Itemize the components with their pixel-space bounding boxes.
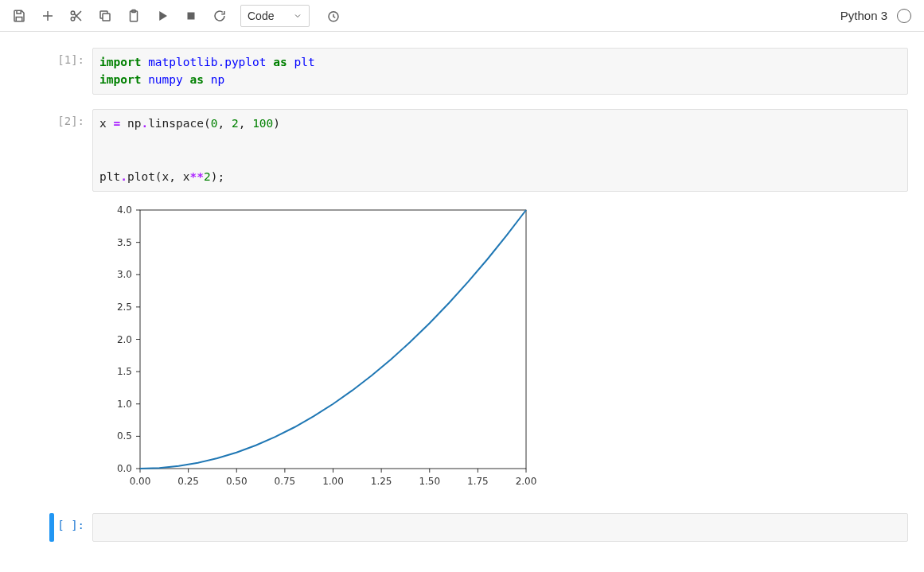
svg-text:0.50: 0.50 — [226, 476, 248, 487]
timing-button[interactable] — [321, 3, 346, 29]
chevron-down-icon — [293, 11, 302, 21]
svg-text:2.5: 2.5 — [117, 302, 132, 313]
svg-text:1.50: 1.50 — [419, 476, 440, 487]
svg-rect-2 — [103, 14, 110, 21]
interrupt-button[interactable] — [178, 3, 204, 29]
clock-icon — [326, 9, 341, 23]
paste-icon — [127, 9, 141, 23]
code-cell[interactable]: [2]: x = np.linspace(0, 2, 100) plt.plot… — [16, 109, 908, 192]
celltype-label: Code — [248, 10, 274, 22]
cut-icon — [69, 9, 84, 23]
svg-text:1.25: 1.25 — [371, 476, 392, 487]
cut-button[interactable] — [64, 3, 89, 29]
notebook-toolbar: Code Python 3 — [0, 0, 924, 32]
svg-text:4.0: 4.0 — [117, 204, 132, 216]
svg-text:1.75: 1.75 — [467, 476, 489, 487]
code-editor[interactable]: x = np.linspace(0, 2, 100) plt.plot(x, x… — [92, 109, 908, 192]
stop-icon — [184, 9, 198, 23]
svg-text:3.0: 3.0 — [117, 269, 132, 280]
kernel-status-idle-icon[interactable] — [897, 9, 911, 23]
svg-rect-5 — [188, 12, 195, 19]
paste-button[interactable] — [121, 3, 146, 29]
kernel-name[interactable]: Python 3 — [840, 9, 887, 22]
code-editor[interactable] — [92, 513, 908, 542]
code-editor[interactable]: import matplotlib.pyplot as plt import n… — [92, 48, 908, 95]
svg-text:2.0: 2.0 — [117, 333, 132, 344]
copy-button[interactable] — [92, 3, 118, 29]
execution-prompt: [ ]: — [57, 513, 84, 542]
notebook: [1]: import matplotlib.pyplot as plt imp… — [0, 32, 924, 572]
code-cell[interactable]: [1]: import matplotlib.pyplot as plt imp… — [16, 48, 908, 95]
run-button[interactable] — [150, 3, 175, 29]
svg-text:0.0: 0.0 — [117, 463, 132, 474]
svg-text:0.5: 0.5 — [117, 430, 132, 442]
code-cell[interactable]: [ ]: — [16, 513, 908, 542]
svg-text:1.5: 1.5 — [117, 366, 132, 377]
restart-button[interactable] — [207, 3, 232, 29]
svg-text:0.00: 0.00 — [130, 476, 151, 487]
cell-output: 0.000.250.500.751.001.251.501.752.000.00… — [16, 195, 908, 507]
svg-text:0.75: 0.75 — [275, 476, 296, 487]
jupyterlab-app: Code Python 3 [1]: import matplotlib.pyp… — [0, 0, 924, 572]
svg-rect-7 — [140, 210, 526, 469]
cell-selection-indicator — [49, 513, 54, 542]
execution-prompt: [2]: — [57, 109, 84, 192]
save-icon — [12, 9, 26, 23]
notebook-scroll[interactable]: [1]: import matplotlib.pyplot as plt imp… — [0, 32, 924, 572]
plus-icon — [41, 9, 55, 23]
insert-cell-button[interactable] — [35, 3, 60, 29]
svg-text:3.5: 3.5 — [117, 236, 132, 247]
save-button[interactable] — [6, 3, 32, 29]
play-icon — [155, 9, 170, 23]
svg-text:1.00: 1.00 — [322, 476, 344, 487]
execution-prompt: [1]: — [57, 48, 84, 95]
svg-text:0.25: 0.25 — [177, 476, 199, 487]
restart-icon — [212, 9, 227, 23]
svg-text:2.00: 2.00 — [516, 476, 537, 487]
copy-icon — [98, 9, 112, 23]
matplotlib-line-chart: 0.000.250.500.751.001.251.501.752.000.00… — [92, 198, 538, 500]
celltype-dropdown[interactable]: Code — [240, 5, 310, 27]
svg-text:1.0: 1.0 — [117, 399, 132, 410]
